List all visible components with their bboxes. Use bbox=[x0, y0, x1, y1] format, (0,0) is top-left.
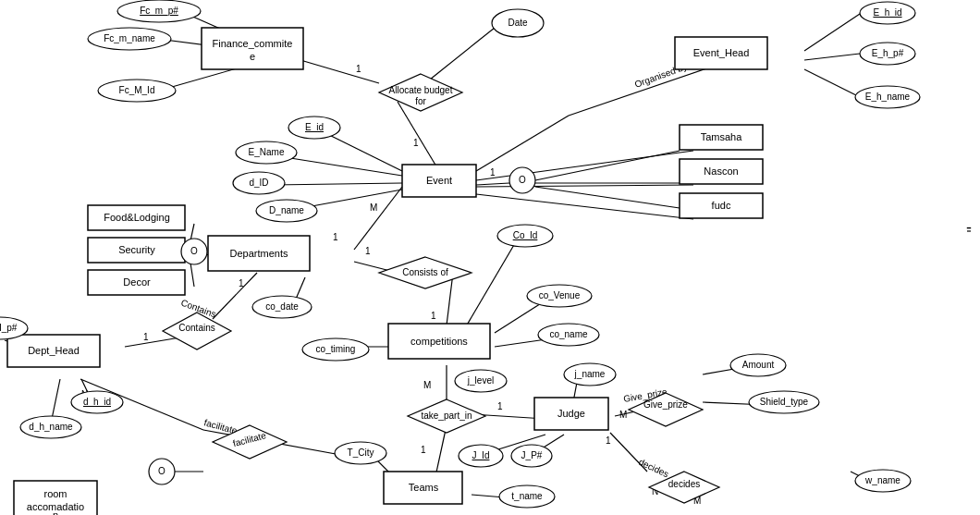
cardinality-label: 1 bbox=[606, 435, 611, 446]
svg-text:Tamsaha: Tamsaha bbox=[701, 131, 743, 142]
w-name-attr: w_name bbox=[855, 470, 911, 492]
svg-text:Co_Id: Co_Id bbox=[513, 230, 538, 240]
dept-head-entity: Dept_Head bbox=[7, 335, 100, 367]
svg-text:Departments: Departments bbox=[230, 248, 288, 259]
svg-text:d_ID: d_ID bbox=[249, 178, 268, 188]
svg-text:E_h_name: E_h_name bbox=[865, 92, 911, 102]
svg-text:decides: decides bbox=[668, 479, 700, 489]
svg-text:Fc_M_Id: Fc_M_Id bbox=[119, 85, 155, 95]
e-id-attr: E_id bbox=[288, 116, 340, 139]
fc-m-id-attr: Fc_M_Id bbox=[98, 80, 176, 102]
event-entity: Event bbox=[402, 165, 476, 197]
svg-line-165 bbox=[476, 183, 509, 185]
t-name-attr: t_name bbox=[499, 485, 555, 508]
e-name-attr: E_Name bbox=[236, 141, 297, 164]
cardinality-label: 1 bbox=[239, 278, 244, 288]
svg-line-6 bbox=[476, 185, 693, 187]
cardinality-label: 1 bbox=[333, 232, 338, 242]
cardinality-label: M bbox=[423, 380, 431, 390]
svg-line-3 bbox=[569, 67, 712, 116]
svg-text:fudc: fudc bbox=[712, 200, 731, 211]
svg-text:D_H_p#: D_H_p# bbox=[0, 323, 18, 333]
d-id-attr: d_ID bbox=[233, 172, 285, 194]
svg-text:e: e bbox=[250, 51, 255, 62]
consists-of-relationship: Consists of bbox=[379, 257, 472, 288]
finance-committee-entity: Finance_commite e bbox=[202, 28, 303, 69]
event-head-entity: Event_Head bbox=[675, 37, 767, 69]
svg-text:Food&Lodging: Food&Lodging bbox=[104, 212, 170, 223]
allocate-budget-for-relationship: Allocate budget for bbox=[379, 74, 462, 111]
d-h-id-attr: d_h_id bbox=[71, 391, 123, 413]
svg-text:w_name: w_name bbox=[864, 475, 900, 485]
cardinality-label: 1 bbox=[143, 332, 149, 342]
j-name-attr: j_name bbox=[564, 363, 616, 386]
svg-text:n: n bbox=[53, 509, 58, 515]
svg-text:Give_prize: Give_prize bbox=[643, 399, 688, 410]
tamsaha-entity: Tamsaha bbox=[680, 125, 763, 150]
svg-text:J_Id: J_Id bbox=[472, 450, 490, 460]
svg-text:Nascon: Nascon bbox=[704, 166, 738, 177]
dash-symbol: - bbox=[966, 218, 972, 237]
svg-text:Finance_commite: Finance_commite bbox=[213, 38, 293, 49]
svg-text:take_part_in: take_part_in bbox=[421, 411, 472, 421]
svg-text:O: O bbox=[519, 175, 526, 185]
svg-line-166 bbox=[535, 151, 680, 180]
svg-text:for: for bbox=[415, 96, 426, 106]
cardinality-label: M bbox=[370, 202, 377, 213]
co-timing-attr: co_timing bbox=[302, 338, 369, 361]
j-id-attr: J_Id bbox=[459, 445, 503, 467]
cardinality-label: 1 bbox=[431, 311, 436, 321]
svg-line-20 bbox=[462, 239, 518, 333]
contains-relationship: Contains bbox=[163, 313, 231, 349]
svg-text:j_level: j_level bbox=[467, 375, 494, 386]
amount-attr: Amount bbox=[730, 354, 786, 376]
svg-text:Judge: Judge bbox=[557, 408, 585, 419]
svg-text:co_timing: co_timing bbox=[316, 344, 356, 354]
svg-text:Contains: Contains bbox=[178, 323, 214, 333]
svg-text:Event_Head: Event_Head bbox=[693, 47, 750, 58]
svg-text:E_id: E_id bbox=[305, 122, 324, 132]
svg-line-10 bbox=[273, 183, 402, 185]
svg-text:t_name: t_name bbox=[511, 491, 543, 501]
judge-entity: Judge bbox=[534, 398, 608, 430]
svg-text:competitions: competitions bbox=[410, 336, 468, 347]
cardinality-label: 1 bbox=[421, 445, 426, 455]
svg-text:Event: Event bbox=[426, 175, 452, 186]
svg-text:T_City: T_City bbox=[348, 448, 374, 458]
cardinality-label: 1 bbox=[356, 64, 361, 74]
svg-text:E_h_id: E_h_id bbox=[873, 7, 901, 18]
date-attr: Date bbox=[492, 9, 544, 37]
svg-line-2 bbox=[425, 28, 495, 83]
e-h-id-attr: E_h_id bbox=[860, 2, 915, 24]
fc-m-p-attr: Fc_m_p# bbox=[117, 0, 201, 22]
svg-text:Fc_m_name: Fc_m_name bbox=[104, 33, 155, 43]
fudc-entity: fudc bbox=[680, 193, 763, 218]
departments-entity: Departments bbox=[208, 236, 310, 271]
cardinality-label: 1 bbox=[413, 138, 419, 148]
svg-text:Shield_type: Shield_type bbox=[760, 397, 809, 407]
svg-text:d_h_name: d_h_name bbox=[29, 422, 73, 432]
svg-line-53 bbox=[804, 69, 860, 97]
svg-text:O: O bbox=[158, 466, 165, 476]
d-name-attr: D_name bbox=[256, 200, 317, 222]
svg-text:Allocate budget: Allocate budget bbox=[389, 85, 453, 95]
svg-line-26 bbox=[125, 337, 180, 347]
svg-line-52 bbox=[804, 54, 860, 60]
co-date-attr: co_date bbox=[252, 296, 312, 318]
take-part-in-relationship: take_part_in bbox=[408, 399, 485, 433]
svg-text:Security: Security bbox=[118, 244, 155, 255]
d-h-name-attr: d_h_name bbox=[20, 416, 81, 438]
svg-text:co_name: co_name bbox=[549, 329, 588, 339]
svg-text:j_name: j_name bbox=[574, 369, 606, 379]
svg-line-21 bbox=[495, 300, 545, 333]
svg-text:d_h_id: d_h_id bbox=[83, 397, 111, 407]
svg-text:Dept_Head: Dept_Head bbox=[28, 345, 80, 356]
svg-text:Decor: Decor bbox=[123, 276, 151, 288]
cardinality-label: 1 bbox=[365, 246, 371, 256]
cardinality-label: 1 bbox=[497, 401, 503, 411]
room-accomodation-entity: room accomadatio n bbox=[14, 481, 97, 515]
cardinality-label: 1 bbox=[490, 167, 496, 178]
teams-entity: Teams bbox=[384, 472, 462, 504]
svg-text:room: room bbox=[43, 488, 67, 499]
svg-line-51 bbox=[804, 14, 860, 51]
